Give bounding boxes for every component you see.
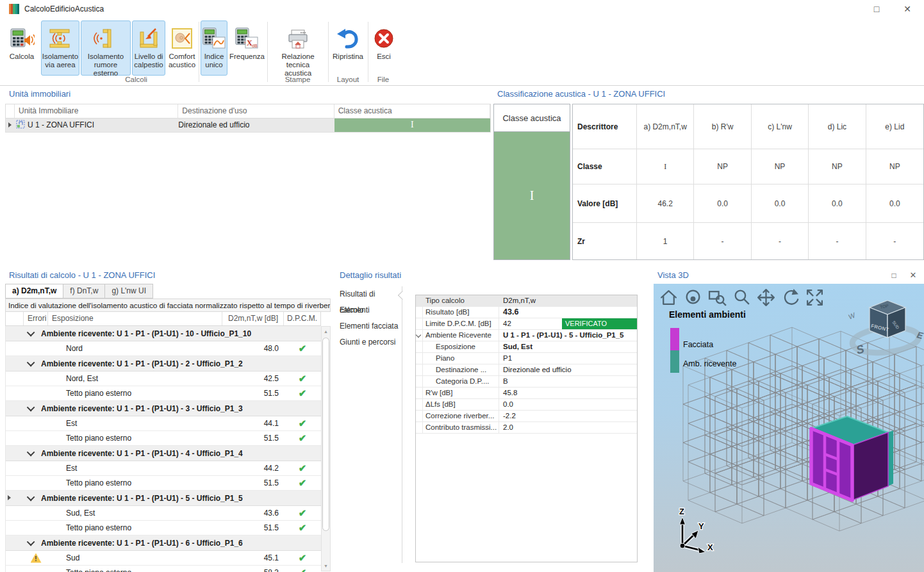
livello-di-calpestio-button[interactable]: Livello di calpestio — [132, 20, 165, 76]
chevron-down-icon[interactable] — [416, 332, 421, 338]
group-header[interactable]: Ambiente ricevente: U 1 - P1 - (P1-U1) -… — [6, 326, 321, 341]
isolamento-via-aerea-button[interactable]: Isolamento via aerea — [41, 20, 79, 76]
comfort-acustico-button[interactable]: Comfort acustico — [167, 20, 197, 76]
nav-elementi-facciata[interactable]: Elementi facciata — [340, 318, 400, 334]
valore-value: 0.0 — [694, 184, 751, 222]
property-row[interactable]: Tipo calcoloD2m,nT,w — [416, 295, 637, 307]
property-row[interactable]: EsposizioneSud, Est — [416, 341, 637, 353]
result-row[interactable]: Nord48.0✔ — [6, 341, 321, 356]
maximize-button[interactable]: □ — [865, 1, 888, 17]
result-row[interactable]: Est44.2✔ — [6, 461, 321, 476]
tab-lnw-ui[interactable]: g) L'nw UI — [105, 284, 153, 298]
scroll-down-icon[interactable]: ▼ — [322, 561, 330, 571]
navigation-cube[interactable]: S E W TOP FRONT SUD — [847, 300, 924, 357]
livello-di-calpestio-label: Livello di calpestio — [133, 51, 165, 69]
frequenza-button[interactable]: X dB Frequenza — [229, 20, 265, 76]
row-zr-label: Zr — [573, 223, 637, 259]
classification-panel: Classificazione acustica - U 1 - ZONA UF… — [493, 86, 924, 260]
calcola-button[interactable]: Calcola — [5, 20, 38, 76]
group-header[interactable]: Ambiente ricevente: U 1 - P1 - (P1-U1) -… — [6, 446, 321, 461]
nav-elementi[interactable]: Elementi — [340, 302, 400, 318]
titlebar: CalcoloEdificioAcustica □ ✕ — [0, 0, 924, 18]
frequenza-label: Frequenza — [229, 51, 264, 61]
property-row[interactable]: Limite D.P.C.M. [dB]42VERIFICATO — [416, 318, 637, 330]
scroll-up-icon[interactable]: ▲ — [322, 327, 330, 336]
home-icon[interactable] — [659, 288, 679, 307]
indice-unico-button[interactable]: Indice unico — [201, 20, 227, 76]
row-expander-icon[interactable] — [6, 118, 15, 132]
ambiente-ricevente-label: Amb. ricevente — [683, 359, 736, 368]
property-row[interactable]: PianoP1 — [416, 353, 637, 364]
chevron-down-icon — [27, 359, 35, 367]
classe-value: NP — [866, 149, 923, 184]
property-row[interactable]: Destinazione ...Direzionale ed ufficio — [416, 364, 637, 376]
result-row[interactable]: Tetto piano esterno51.5✔ — [6, 521, 321, 535]
pan-icon[interactable] — [756, 288, 776, 307]
group-header[interactable]: Ambiente ricevente: U 1 - P1 - (P1-U1) -… — [6, 356, 321, 372]
zoom-window-icon[interactable] — [707, 288, 727, 307]
fit-view-icon[interactable] — [805, 288, 825, 307]
unit-class-cell: I — [334, 118, 490, 132]
esci-button[interactable]: Esci — [371, 20, 397, 76]
results-header-gutter — [6, 312, 24, 325]
result-row[interactable]: Tetto piano esterno51.5✔ — [6, 431, 321, 446]
single-index-icon — [201, 21, 227, 51]
group-header-selected[interactable]: Ambiente ricevente: U 1 - P1 - (P1-U1) -… — [6, 491, 321, 506]
rotate-icon[interactable] — [780, 288, 800, 307]
property-row[interactable]: Risultato [dB]43.6 — [416, 307, 637, 318]
classe-value: I — [637, 149, 694, 184]
results-scrollbar[interactable]: ▲ ▼ — [321, 326, 331, 571]
units-header-gutter — [6, 104, 15, 118]
unit-row[interactable]: U 1 - ZONA UFFICI Direzionale ed ufficio… — [5, 118, 491, 133]
group-label-stampe: Stampe — [267, 76, 328, 83]
classe-value: NP — [809, 149, 866, 184]
nav-giunti-e-percorsi[interactable]: Giunti e percorsi — [340, 334, 400, 350]
result-row[interactable]: Nord, Est42.5✔ — [6, 372, 321, 386]
svg-text:Z: Z — [679, 507, 684, 516]
result-row[interactable]: Sud, Est43.6✔ — [6, 506, 321, 521]
zr-value: - — [752, 223, 809, 259]
check-icon: ✔ — [299, 567, 307, 572]
tab-d2mntw[interactable]: a) D2m,nT,w — [5, 284, 63, 298]
result-row[interactable]: Tetto piano esterno58.3✔ — [6, 566, 321, 572]
ripristina-button[interactable]: Ripristina — [332, 20, 364, 76]
descriptor-header: Descrittore — [573, 104, 637, 149]
tab-dntw[interactable]: f) DnT,w — [63, 284, 105, 298]
zoom-icon[interactable] — [732, 288, 752, 307]
close-button[interactable]: ✕ — [896, 1, 919, 17]
group-header[interactable]: Ambiente ricevente: U 1 - P1 - (P1-U1) -… — [6, 535, 321, 551]
panel-close-button[interactable]: ✕ — [905, 268, 921, 282]
isolamento-rumore-esterno-button[interactable]: Isolamento rumore esterno — [81, 20, 131, 76]
col-lid: e) Lid — [866, 104, 923, 149]
property-row[interactable]: Correzione riverber...-2.2 — [416, 411, 637, 422]
unit-destination-cell: Direzionale ed ufficio — [178, 118, 334, 132]
acoustic-class-badge: I — [493, 131, 570, 260]
indice-unico-label: Indice unico — [201, 51, 227, 69]
panel-maximize-button[interactable]: □ — [886, 268, 902, 282]
group-label-layout: Layout — [328, 76, 368, 83]
result-row[interactable]: Tetto piano esterno51.5✔ — [6, 476, 321, 491]
nav-risultati-di-calcolo[interactable]: Risultati di calcolo — [340, 286, 400, 302]
property-row[interactable]: R'w [dB]45.8 — [416, 388, 637, 399]
property-row[interactable]: Contributo trasmissi...2.0 — [416, 422, 637, 434]
classe-value: NP — [752, 149, 809, 184]
app-icon — [9, 4, 19, 14]
valore-value: 46.2 — [637, 184, 694, 222]
chevron-down-icon — [27, 448, 35, 457]
group-header[interactable]: Ambiente ricevente: U 1 - P1 - (P1-U1) -… — [6, 401, 321, 416]
property-row[interactable]: Ambiente RiceventeU 1 - P1 - (P1-U1) - 5… — [416, 330, 637, 341]
property-row[interactable]: Categoria D.P....B — [416, 376, 637, 388]
relazione-tecnica-button[interactable]: Relazione tecnica acustica — [272, 20, 324, 76]
orbit-eye-icon[interactable] — [683, 288, 703, 307]
property-row[interactable]: ΔLfs [dB]0.0 — [416, 399, 637, 411]
scrollbar-thumb[interactable] — [322, 338, 329, 531]
units-panel-title: Unità immobiliari — [5, 86, 491, 102]
result-row[interactable]: Tetto piano esterno51.5✔ — [6, 386, 321, 401]
col-d2mntw: a) D2m,nT,w — [637, 104, 694, 149]
result-row[interactable]: Est44.1✔ — [6, 416, 321, 431]
esci-label: Esci — [372, 51, 396, 61]
calcola-label: Calcola — [6, 51, 38, 61]
result-row[interactable]: !Sud45.1✔ — [6, 551, 321, 566]
viewport-3d[interactable]: S E W TOP FRONT SUD — [654, 284, 924, 572]
classe-value: NP — [694, 149, 751, 184]
